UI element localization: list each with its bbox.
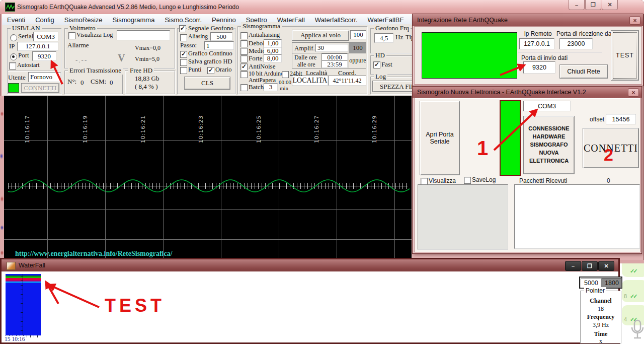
seismogram-chart[interactable]: http://www.energialternativa.info/ReteSi… — [4, 96, 412, 260]
medio-checkbox[interactable] — [240, 48, 248, 55]
geofono-frq-field[interactable]: 4,5 — [374, 33, 393, 43]
close-icon[interactable]: ✕ — [598, 261, 614, 271]
maximize-icon[interactable]: ❐ — [585, 0, 601, 10]
ricezione-label: Porta di ricezione dati — [556, 30, 614, 37]
coord-field[interactable]: 42°11'11.42 — [328, 76, 366, 86]
invio-field[interactable]: 9320 — [523, 61, 555, 74]
chart-timestamp: 10:16:17 — [24, 101, 30, 157]
waterfall-param1-field[interactable]: 5000 — [581, 278, 602, 288]
cls-button[interactable]: CLS — [184, 77, 230, 90]
punti-checkbox[interactable] — [180, 67, 187, 74]
bit10-checkbox[interactable] — [240, 71, 248, 78]
maximize-icon[interactable]: ❐ — [582, 261, 598, 271]
hardware-status-indicator — [500, 100, 521, 176]
rete-title: Integrazione Rete EArthQQuake — [417, 17, 508, 24]
alle-ore-field[interactable]: 23:59 — [321, 60, 348, 68]
menu-config[interactable]: Config — [30, 16, 59, 24]
antialiaising-checkbox[interactable] — [240, 32, 248, 39]
debole-checkbox[interactable] — [240, 40, 248, 47]
dalle-ore-field[interactable]: 00:00 — [321, 53, 348, 61]
main-titlebar[interactable]: Sismografo EArthQQuake Advanced V5.2.86 … — [0, 0, 644, 14]
fast-checkbox[interactable] — [373, 61, 380, 68]
minimize-icon[interactable]: – — [569, 0, 585, 10]
aliasing-label: Aliasing — [188, 33, 208, 39]
visualizza-log-checkbox[interactable] — [68, 32, 75, 39]
frequency-label: Frequency — [581, 313, 621, 321]
aliasing-field[interactable]: 500 — [210, 32, 232, 41]
menu-sismoscorr[interactable]: Sismo.Scorr. — [159, 16, 207, 24]
applica-al-volo-button[interactable]: Applica al volo — [292, 30, 349, 41]
menu-waterfallscorr[interactable]: WaterfallScorr. — [310, 16, 363, 24]
medio-field[interactable]: 6,00 — [264, 47, 282, 55]
amplif-field[interactable]: 30 — [315, 44, 348, 52]
test-button[interactable]: TEST — [611, 30, 639, 81]
connessione-hardware-button[interactable]: CONNESSIONE HARDWARE SISMOGRAFO NUOVA EL… — [523, 116, 575, 174]
savelog-checkbox[interactable] — [464, 177, 471, 184]
debole-field[interactable]: 1,00 — [264, 39, 282, 47]
batch-time: 00:00 — [279, 79, 291, 85]
microphone-icon[interactable] — [630, 319, 644, 342]
website-link[interactable]: http://www.energialternativa.info/ReteSi… — [15, 250, 173, 258]
seriale-radio[interactable] — [10, 34, 17, 41]
spectrogram-cursor[interactable] — [23, 274, 23, 335]
bit24-checkbox[interactable] — [282, 71, 289, 78]
localita-field[interactable]: LOCALITA — [292, 76, 328, 86]
menu-sismoresize[interactable]: SismoResize — [59, 16, 108, 24]
menu-eventi[interactable]: Eventi — [2, 16, 30, 24]
ip-field[interactable]: 127.0.0.1 — [17, 42, 58, 51]
salva-grafico-checkbox[interactable] — [180, 59, 187, 66]
com-port-field[interactable]: COM3 — [33, 32, 58, 41]
menu-sismogramma[interactable]: Sismogramma — [108, 16, 160, 24]
forte-checkbox[interactable] — [240, 55, 248, 62]
amplif-alt-cell[interactable]: 100 — [349, 43, 366, 53]
minimize-icon[interactable]: – — [565, 261, 581, 271]
chart-gridline-v — [337, 96, 337, 260]
waterfall-spectrogram[interactable] — [6, 274, 41, 335]
ip-remoto-field[interactable]: 127.0.0.1 — [519, 38, 554, 49]
orario-checkbox[interactable] — [207, 67, 214, 74]
packets-listbox[interactable] — [514, 184, 640, 249]
connetti-hardware-button[interactable]: CONNETTI — [583, 128, 639, 168]
chart-gridline-h — [4, 209, 412, 210]
forte-field[interactable]: 8,00 — [264, 54, 282, 62]
menu-waterfallbf[interactable]: WaterFallBF — [363, 16, 409, 24]
visualizza-checkbox[interactable] — [421, 178, 428, 185]
connetti-button[interactable]: CONNETTI — [21, 83, 59, 93]
autostart-checkbox[interactable] — [9, 62, 16, 70]
antinoise-checkbox[interactable] — [240, 63, 248, 71]
chat-bubble: 8 ✓✓ — [622, 280, 644, 302]
chart-timestamp: 10:16:21 — [140, 101, 146, 157]
oppure-cell: oppure — [349, 53, 366, 68]
batch-field[interactable]: 3 — [264, 83, 278, 91]
rete-titlebar[interactable]: Integrazione Rete EArthQQuake ✕ — [413, 14, 643, 26]
voltmetro-log-field[interactable] — [117, 30, 170, 40]
menu-pennino[interactable]: Pennino — [207, 16, 241, 24]
freehd-percent: ( 8,4 % ) — [135, 83, 158, 91]
grafico-continuo-checkbox[interactable] — [180, 51, 187, 58]
double-check-icon: ✓✓ — [630, 268, 636, 274]
batch-checkbox[interactable] — [240, 84, 248, 91]
close-icon[interactable]: ✕ — [628, 88, 639, 97]
waterfall-titlebar[interactable]: WaterFall — [2, 259, 618, 271]
aliasing-checkbox[interactable] — [180, 34, 187, 41]
offset-field[interactable]: 15456 — [606, 114, 636, 124]
close-icon[interactable]: ✕ — [602, 0, 618, 10]
apri-porta-button[interactable]: Apri Porta Seriale — [420, 101, 460, 175]
chart-gridline-h — [4, 140, 412, 141]
interface-titlebar[interactable]: Sismografo Nuova Elettronica - EArthQQua… — [413, 87, 641, 98]
passo-field[interactable]: 1 — [204, 41, 234, 50]
port-field[interactable]: 9320 — [32, 51, 56, 61]
com-field[interactable]: COM3 — [523, 101, 571, 111]
chiudi-rete-button[interactable]: Chiudi Rete — [559, 64, 608, 79]
forte-label: Forte — [249, 54, 262, 62]
applica-value-field[interactable]: 100 — [350, 30, 366, 39]
segnale-geofono-checkbox[interactable] — [179, 25, 186, 32]
close-icon[interactable]: ✕ — [629, 16, 640, 25]
errori-csm-value: 0 — [110, 79, 113, 87]
time-label: Time — [581, 330, 621, 338]
waterfall-param2-field[interactable]: 1800 — [602, 278, 622, 288]
utente-field[interactable]: Fornovo — [28, 72, 61, 82]
port-radio[interactable] — [10, 53, 17, 60]
ricezione-field[interactable]: 23000 — [559, 38, 593, 49]
log-listbox[interactable] — [418, 184, 508, 250]
